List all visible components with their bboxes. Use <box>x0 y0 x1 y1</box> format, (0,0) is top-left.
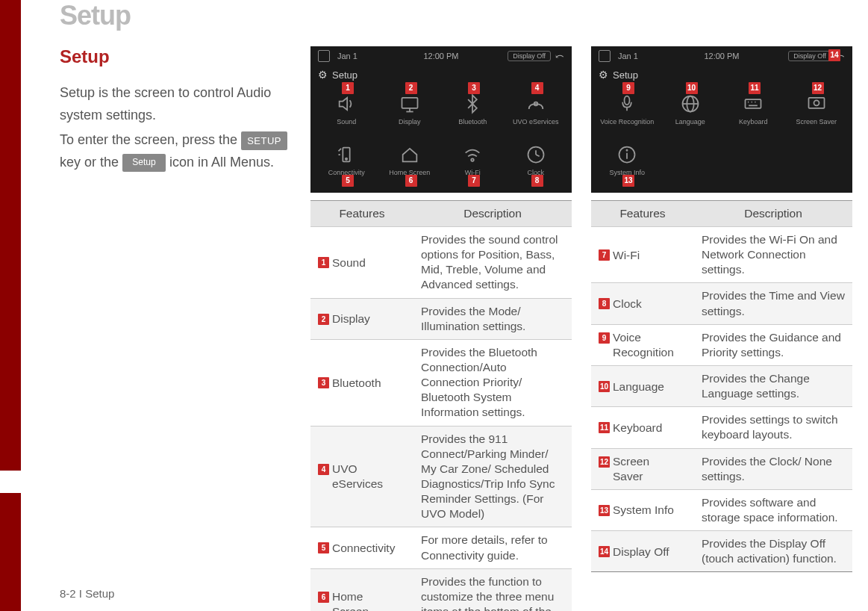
svg-point-22 <box>814 100 819 105</box>
description-cell: Provides the Mode/ Illumination settings… <box>413 298 572 339</box>
setup-grid-item: Home Screen6 <box>378 134 442 185</box>
section-title: Setup <box>60 46 291 67</box>
wifi-icon <box>460 143 484 167</box>
description-cell: Provides settings to switch keyboard lay… <box>694 407 852 448</box>
description-cell: Provides the Change Language settings. <box>694 365 852 406</box>
keyboard-icon <box>741 92 765 116</box>
home-icon <box>599 50 611 62</box>
feature-number: 2 <box>318 314 329 325</box>
table-row: 6HomeScreenProvides the function to cust… <box>310 568 572 611</box>
table-row: 10LanguageProvides the Change Language s… <box>591 365 852 406</box>
feature-cell: 5Connectivity <box>310 527 413 568</box>
svg-marker-0 <box>340 98 348 110</box>
marker-14: 14 <box>828 49 840 61</box>
feature-cell: 12ScreenSaver <box>591 448 694 489</box>
intro-paragraph-1: Setup is the screen to control Audio sys… <box>60 82 291 126</box>
setup-screenshot-2: Jan 1 12:00 PM Display Off ⤺ 14 ⚙ Setup … <box>591 46 852 193</box>
home-icon <box>398 143 422 167</box>
feature-number: 7 <box>599 249 610 261</box>
home-icon <box>318 50 330 62</box>
features-table-2: Features Description 7Wi-FiProvides the … <box>591 200 852 572</box>
marker-11: 11 <box>749 82 761 94</box>
setup-grid-item: Sound1 <box>315 84 378 134</box>
feature-number: 5 <box>318 542 329 553</box>
header-features: Features <box>310 201 413 227</box>
status-date: Jan 1 <box>337 52 357 61</box>
setup-icon-chip: Setup <box>122 154 166 172</box>
setup-grid-item: Connectivity5 <box>315 134 378 185</box>
description-cell: Provides the Display Off (touch activati… <box>694 531 852 572</box>
setup-key-chip: SETUP <box>241 131 287 150</box>
language-icon <box>678 92 702 116</box>
grid-icon-label: Display <box>399 119 421 126</box>
feature-cell: 14Display Off <box>591 531 694 572</box>
grid-icon-label: UVO eServices <box>513 119 559 126</box>
description-cell: Provides the Clock/ None settings. <box>694 448 852 489</box>
feature-number: 1 <box>318 257 329 268</box>
feature-name: Clock <box>613 297 642 310</box>
feature-number: 9 <box>599 332 610 344</box>
feature-cell: 6HomeScreen <box>310 568 413 611</box>
description-cell: For more details, refer to Connectivity … <box>413 527 572 568</box>
marker-10: 10 <box>686 82 698 94</box>
description-cell: Provides the sound control options for P… <box>413 227 572 299</box>
gear-icon: ⚙ <box>318 69 328 81</box>
feature-cell: 2Display <box>310 298 413 339</box>
feature-name: System Info <box>613 503 674 516</box>
feature-name: Bluetooth <box>332 376 381 389</box>
saver-icon <box>805 92 828 116</box>
setup-grid-item: System Info13 <box>596 134 659 185</box>
marker-6: 6 <box>405 175 417 187</box>
header-description: Description <box>413 201 572 227</box>
connectivity-icon <box>334 143 358 167</box>
header-description: Description <box>694 201 852 227</box>
setup-grid-item <box>722 134 785 185</box>
description-cell: Provides software and storage space info… <box>694 489 852 530</box>
intro-paragraph-2: To enter the screen, press the SETUP key… <box>60 129 291 173</box>
screen-title: Setup <box>332 69 357 81</box>
feature-name: Sound <box>332 256 366 269</box>
svg-rect-1 <box>402 98 417 108</box>
marker-7: 7 <box>468 175 480 187</box>
table-row: 4UVOeServicesProvides the 911 Connect/Pa… <box>310 426 572 527</box>
page-footer: 8-2 I Setup <box>60 587 114 600</box>
feature-name: Display <box>332 312 370 325</box>
marker-3: 3 <box>468 82 480 94</box>
setup-grid-item: Wi-Fi7 <box>441 134 505 185</box>
description-cell: Provides the Time and View settings. <box>694 283 852 324</box>
feature-number: 6 <box>318 592 329 603</box>
feature-cell: 10Language <box>591 365 694 406</box>
table-row: 8ClockProvides the Time and View setting… <box>591 283 852 324</box>
table-row: 3BluetoothProvides the Bluetooth Connect… <box>310 339 572 426</box>
description-cell: Provides the 911 Connect/Parking Minder/… <box>413 426 572 527</box>
feature-number: 13 <box>599 505 610 516</box>
grid-icon-label: Keyboard <box>739 119 768 126</box>
table-row: 1SoundProvides the sound control options… <box>310 227 572 299</box>
screen-title: Setup <box>613 69 638 81</box>
feature-number: 11 <box>599 422 610 433</box>
features-table-1: Features Description 1SoundProvides the … <box>310 200 572 611</box>
status-date: Jan 1 <box>618 52 638 61</box>
feature-number: 8 <box>599 298 610 309</box>
feature-cell: 13System Info <box>591 489 694 530</box>
display-off-pill: Display Off <box>788 51 831 61</box>
setup-grid-item: Display2 <box>378 84 442 134</box>
description-cell: Provides the Wi-Fi On and Network Connec… <box>694 227 852 283</box>
feature-cell: 8Clock <box>591 283 694 324</box>
feature-name: Display Off <box>613 545 669 558</box>
status-time: 12:00 PM <box>704 52 739 61</box>
feature-cell: 7Wi-Fi <box>591 227 694 283</box>
svg-point-11 <box>625 96 630 105</box>
feature-name: Keyboard <box>613 421 662 434</box>
grid-icon-label: Bluetooth <box>458 119 487 126</box>
feature-name: Connectivity <box>332 542 395 554</box>
setup-grid-item: Language10 <box>659 84 722 134</box>
table-row: 12ScreenSaverProvides the Clock/ None se… <box>591 448 852 489</box>
description-cell: Provides the function to customize the t… <box>413 568 572 611</box>
setup-grid-item: Keyboard11 <box>722 84 785 134</box>
description-cell: Provides the Guidance and Priority setti… <box>694 324 852 365</box>
feature-cell: 4UVOeServices <box>310 426 413 527</box>
setup-grid-item: UVO eServices4 <box>505 84 568 134</box>
feature-cell: 1Sound <box>310 227 413 299</box>
grid-icon-label: Voice Recognition <box>600 119 654 126</box>
